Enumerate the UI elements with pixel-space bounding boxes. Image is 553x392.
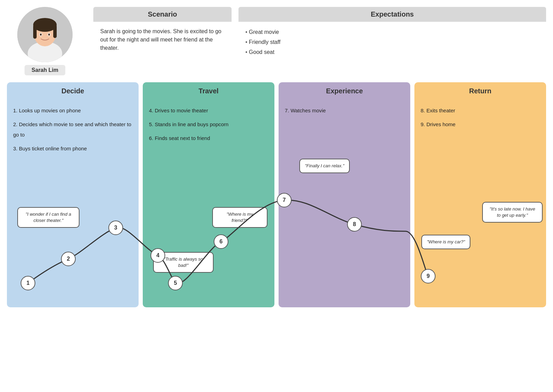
avatar — [17, 7, 73, 62]
phase-body-travel: 4. Drives to movie theater 5. Stands in … — [143, 100, 274, 307]
step-4: 4. Drives to movie theater — [149, 105, 268, 116]
svg-point-10 — [48, 34, 50, 36]
svg-point-4 — [33, 18, 57, 32]
scenario-expectations: Scenario Sarah is going to the movies. S… — [93, 7, 546, 63]
expectation-item: Friendly staff — [245, 37, 539, 47]
step-2: 2. Decides which movie to see and which … — [13, 119, 132, 140]
bubble-friend: "Where is my friend?!" — [212, 207, 268, 228]
persona-name: Sarah Lim — [25, 65, 65, 75]
step-5: 5. Stands in line and buys popcorn — [149, 119, 268, 130]
svg-rect-6 — [53, 25, 57, 38]
expectations-content: Great movieFriendly staffGood seat — [238, 22, 546, 63]
bubble-traffic: "Traffic is always so bad!" — [153, 252, 214, 273]
journey-map-wrapper: Decide Travel Experience Return 1. Looks… — [7, 82, 546, 307]
decide-steps: 1. Looks up movies on phone 2. Decides w… — [13, 105, 132, 154]
scenario-header: Scenario — [93, 7, 232, 22]
expectation-item: Good seat — [245, 47, 539, 57]
phase-header-decide: Decide — [7, 82, 139, 100]
phase-header-return: Return — [414, 82, 546, 100]
bubble-wonder: "I wonder if I can find a closer theater… — [17, 207, 79, 228]
scenario-box: Scenario Sarah is going to the movies. S… — [93, 7, 232, 63]
expectations-header: Expectations — [238, 7, 546, 22]
step-6: 6. Finds seat next to friend — [149, 133, 268, 143]
persona-box: Sarah Lim — [7, 7, 83, 75]
phase-header-travel: Travel — [143, 82, 274, 100]
experience-steps: 7. Watches movie — [285, 105, 404, 116]
phase-body-return: 8. Exits theater 9. Drives home "Where i… — [414, 100, 546, 307]
expectation-item: Great movie — [245, 27, 539, 37]
phase-header-experience: Experience — [279, 82, 410, 100]
phase-bodies-row: 1. Looks up movies on phone 2. Decides w… — [7, 100, 546, 307]
expectations-box: Expectations Great movieFriendly staffGo… — [238, 7, 546, 63]
svg-rect-5 — [33, 25, 37, 39]
step-3: 3. Buys ticket online from phone — [13, 143, 132, 154]
top-section: Sarah Lim Scenario Sarah is going to the… — [7, 7, 546, 75]
step-8: 8. Exits theater — [421, 105, 540, 116]
travel-steps: 4. Drives to movie theater 5. Stands in … — [149, 105, 268, 143]
phase-body-decide: 1. Looks up movies on phone 2. Decides w… — [7, 100, 139, 307]
scenario-content: Sarah is going to the movies. She is exc… — [93, 22, 232, 58]
step-9: 9. Drives home — [421, 119, 540, 130]
svg-point-9 — [40, 34, 42, 36]
bubble-relax: "Finally I can relax." — [299, 159, 350, 173]
phase-headers-row: Decide Travel Experience Return — [7, 82, 546, 100]
bubble-late: "It's so late now. I have to get up earl… — [482, 202, 543, 223]
step-7: 7. Watches movie — [285, 105, 404, 116]
bubble-car: "Where is my car?" — [421, 235, 470, 249]
step-1: 1. Looks up movies on phone — [13, 105, 132, 116]
phase-body-experience: 7. Watches movie "Finally I can relax." — [279, 100, 410, 307]
return-steps: 8. Exits theater 9. Drives home — [421, 105, 540, 130]
